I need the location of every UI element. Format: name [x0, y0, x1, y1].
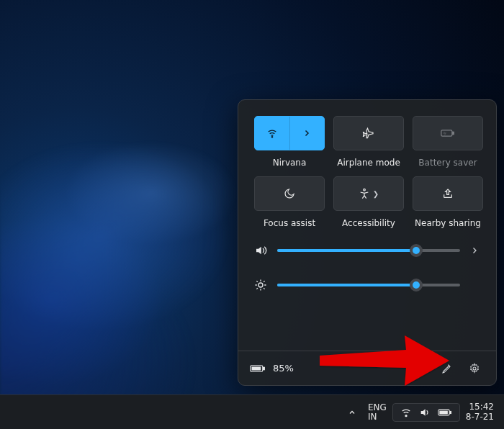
- settings-button[interactable]: [464, 358, 485, 379]
- airplane-icon: [362, 127, 375, 140]
- wifi-tile[interactable]: [254, 116, 325, 150]
- battery-saver-tile[interactable]: [413, 116, 483, 150]
- system-tray[interactable]: [392, 403, 460, 422]
- chevron-right-icon: [302, 129, 311, 137]
- brightness-slider[interactable]: [277, 284, 460, 286]
- wifi-icon: [400, 407, 412, 418]
- tray-overflow-button[interactable]: [342, 405, 362, 420]
- volume-row: [254, 244, 480, 257]
- lang-line1: ENG: [368, 403, 387, 412]
- accessibility-label: Accessibility: [342, 218, 395, 228]
- wifi-toggle[interactable]: [255, 117, 290, 150]
- volume-icon: [419, 407, 431, 418]
- brightness-row: .: [254, 279, 480, 292]
- airplane-tile[interactable]: [333, 116, 404, 150]
- quick-settings-panel: Nirvana Airplane mode Battery saver: [238, 99, 497, 386]
- svg-rect-7: [252, 366, 261, 370]
- svg-point-4: [258, 283, 263, 287]
- battery-icon: [438, 408, 452, 417]
- nearby-sharing-label: Nearby sharing: [415, 218, 481, 228]
- focus-assist-label: Focus assist: [264, 218, 315, 228]
- tile-group-accessibility: ❯ Accessibility: [333, 176, 404, 228]
- svg-point-3: [363, 189, 365, 191]
- clock[interactable]: 15:42 8-7-21: [462, 401, 498, 423]
- airplane-label: Airplane mode: [337, 158, 400, 168]
- brightness-icon: [254, 279, 267, 292]
- svg-rect-2: [453, 132, 454, 134]
- tile-group-airplane: Airplane mode: [333, 116, 404, 168]
- nearby-sharing-tile[interactable]: [413, 176, 483, 211]
- lang-line2: IN: [368, 412, 387, 422]
- taskbar: ENG IN 15:42 8-7-21: [0, 394, 504, 429]
- clock-date: 8-7-21: [466, 412, 494, 422]
- language-indicator[interactable]: ENG IN: [364, 402, 391, 423]
- volume-expand[interactable]: [470, 246, 480, 255]
- svg-rect-13: [439, 410, 448, 414]
- sliders-area: .: [238, 235, 496, 294]
- wifi-expand[interactable]: [290, 117, 325, 150]
- chevron-right-icon: ❯: [373, 190, 379, 198]
- edit-button[interactable]: [437, 358, 457, 379]
- volume-thumb[interactable]: [410, 244, 423, 257]
- brightness-fill: [277, 284, 416, 286]
- svg-rect-12: [450, 411, 451, 413]
- battery-saver-label: Battery saver: [418, 158, 477, 168]
- wifi-icon: [266, 127, 278, 139]
- accessibility-icon: [359, 188, 370, 199]
- quick-settings-footer: 85%: [238, 351, 496, 385]
- volume-icon: [254, 244, 267, 257]
- battery-icon: [250, 364, 266, 373]
- wifi-label: Nirvana: [273, 158, 307, 168]
- accessibility-tile[interactable]: ❯: [333, 176, 404, 211]
- quick-settings-tiles: Nirvana Airplane mode Battery saver: [238, 100, 496, 235]
- moon-icon: [284, 188, 295, 199]
- volume-fill: [277, 249, 416, 252]
- svg-rect-6: [264, 367, 265, 369]
- tile-group-battery-saver: Battery saver: [413, 116, 483, 168]
- tile-group-nearby: Nearby sharing: [413, 176, 483, 228]
- battery-saver-icon: [441, 128, 455, 138]
- share-icon: [442, 188, 454, 199]
- tile-group-wifi: Nirvana: [254, 116, 325, 168]
- tile-group-focus-assist: Focus assist: [254, 176, 325, 228]
- svg-point-8: [473, 367, 476, 370]
- clock-time: 15:42: [466, 402, 494, 412]
- volume-slider[interactable]: [277, 249, 460, 252]
- svg-rect-1: [441, 130, 452, 136]
- svg-point-10: [405, 415, 407, 416]
- brightness-thumb[interactable]: [410, 279, 423, 292]
- focus-assist-tile[interactable]: [254, 176, 325, 211]
- svg-point-0: [271, 137, 272, 137]
- battery-text: 85%: [273, 363, 294, 374]
